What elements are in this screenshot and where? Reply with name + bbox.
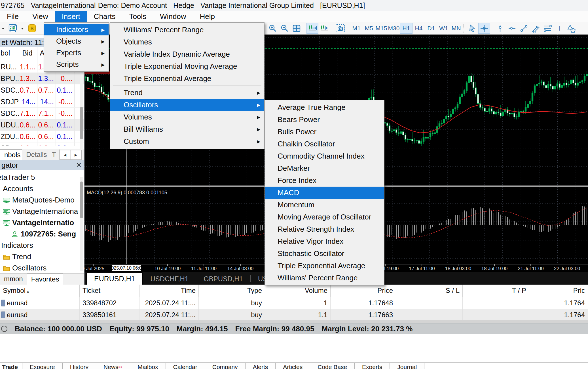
chart-tab-eurusd-h1[interactable]: EURUSD,H1 <box>86 272 143 285</box>
scroll-left-icon[interactable]: ◂ <box>60 150 71 159</box>
timeframe-m1[interactable]: M1 <box>350 23 363 34</box>
timeframe-m15[interactable]: M15 <box>375 23 388 34</box>
nav-item-vantageinternatio[interactable]: VantageInternatio <box>0 217 84 228</box>
chart-tab-gbpusd-h1[interactable]: GBPUSD,H1 <box>196 273 250 285</box>
menu-item-bill-williams[interactable]: Bill Williams▶ <box>110 123 264 135</box>
menu-item-volumes[interactable]: Volumes▶ <box>110 111 264 123</box>
vertical-line-icon[interactable] <box>494 23 506 34</box>
menu-file[interactable]: File <box>0 11 26 22</box>
trade-table-scroll-strip[interactable] <box>0 320 588 323</box>
zoom-in-icon[interactable] <box>267 23 279 34</box>
menu-item-relative-strength-index[interactable]: Relative Strength Index <box>265 223 384 235</box>
nav-item-vantageinternationa[interactable]: VantageInternationa <box>0 206 84 217</box>
tt-column-price[interactable]: Price <box>331 285 396 297</box>
timeframe-m5[interactable]: M5 <box>363 23 375 34</box>
mw-column-header-bid[interactable]: Bid <box>19 47 37 61</box>
toolbox-tab-history[interactable]: History <box>62 363 96 369</box>
mw-symbol-row[interactable]: UDU...0.6...0.6...0.1... <box>0 119 84 131</box>
navigator-scrollbar[interactable] <box>80 177 83 271</box>
horizontal-line-icon[interactable] <box>506 23 518 34</box>
toolbox-tab-code-base[interactable]: Code Base <box>310 363 355 369</box>
nav-item-10972765-seng[interactable]: 10972765: Seng <box>0 228 84 240</box>
mw-symbol-row[interactable]: SDC...0.7...0.7...0.1... <box>0 84 84 96</box>
tt-column-time[interactable]: Time <box>139 285 199 297</box>
menu-window[interactable]: Window <box>153 11 193 22</box>
menu-item-oscillators[interactable]: Oscillators▶ <box>110 99 264 111</box>
new-order-dollar-icon[interactable]: $ <box>26 23 39 34</box>
menu-item-bulls-power[interactable]: Bulls Power <box>265 126 384 138</box>
dropdown-caret-icon[interactable] <box>19 23 26 34</box>
equidistant-channel-icon[interactable] <box>530 23 542 34</box>
chart-tab-usdchf-h1[interactable]: USDCHF,H1 <box>143 273 196 285</box>
menu-item-williams-percent-range[interactable]: Williams' Percent Range <box>110 24 264 36</box>
timeframe-w1[interactable]: W1 <box>437 23 450 34</box>
nav-item-etatrader-5[interactable]: etaTrader 5 <box>0 172 84 183</box>
chart-window-icon[interactable] <box>6 23 19 34</box>
menu-item-moving-average-of-oscillator[interactable]: Moving Average of Oscillator <box>265 211 384 223</box>
mw-symbol-row[interactable]: SDC...7.1...7.1...-0.... <box>0 108 84 119</box>
mw-symbol-row[interactable]: SDJPY14...14...-0.... <box>0 96 84 108</box>
menu-item-volumes[interactable]: Volumes <box>110 36 264 48</box>
toolbox-tab-news[interactable]: News•• <box>96 363 130 369</box>
toolbox-tab-trade[interactable]: Trade <box>0 363 22 369</box>
menu-item-chaikin-oscillator[interactable]: Chaikin Oscillator <box>265 138 384 150</box>
nav-item-oscillators[interactable]: Oscillators <box>0 262 84 274</box>
toolbox-tab-mailbox[interactable]: Mailbox <box>130 363 166 369</box>
dropdown-caret-icon[interactable] <box>0 23 6 34</box>
tt-column-ticket[interactable]: Ticket <box>80 285 139 297</box>
market-watch-scrollbar[interactable] <box>80 71 83 149</box>
fibo-lines-icon[interactable] <box>542 23 554 34</box>
trade-table-row[interactable]: eurusd3398501612025.07.24 11:...buy1.11.… <box>0 309 588 321</box>
menu-item-demarker[interactable]: DeMarker <box>265 162 384 174</box>
menu-view[interactable]: View <box>26 11 55 22</box>
menu-item-trend[interactable]: Trend▶ <box>110 87 264 99</box>
toolbox-tab-alerts[interactable]: Alerts <box>245 363 276 369</box>
tt-column-s-l[interactable]: S / L <box>396 285 463 297</box>
nav-tab-favorites[interactable]: Favorites <box>27 274 64 285</box>
shapes-icon[interactable] <box>566 23 578 34</box>
toolbox-tab-company[interactable]: Company <box>205 363 246 369</box>
trend-line-icon[interactable] <box>518 23 530 34</box>
mw-symbol-row[interactable]: ZDU...0.6...0.6...0.1... <box>0 131 84 142</box>
mw-tab-nbols[interactable]: nbols <box>0 149 22 160</box>
mw-symbol-row[interactable]: BPU...1.3...1.3...-0.... <box>0 73 84 84</box>
menu-item-custom[interactable]: Custom▶ <box>110 135 264 148</box>
nav-item-trend[interactable]: Trend <box>0 251 84 262</box>
mw-column-header-bol[interactable]: bol <box>0 47 19 61</box>
menu-insert[interactable]: Insert <box>55 11 87 22</box>
timeframe-h4[interactable]: H4 <box>413 23 425 34</box>
toolbox-tab-journal[interactable]: Journal <box>390 363 424 369</box>
menu-item-objects[interactable]: Objects▶ <box>44 35 109 47</box>
toolbox-tab-experts[interactable]: Experts <box>354 363 390 369</box>
close-icon[interactable]: ✕ <box>76 160 82 170</box>
menu-item-variable-index-dynamic-average[interactable]: Variable Index Dynamic Average <box>110 48 264 60</box>
tt-column-volume[interactable]: Volume <box>265 285 331 297</box>
trade-table-row[interactable]: eurusd3398487022025.07.24 11:...buy11.17… <box>0 297 588 309</box>
timeframe-mn[interactable]: MN <box>450 23 462 34</box>
shift-chart-end-icon[interactable] <box>306 23 318 34</box>
cursor-pointer-icon[interactable] <box>466 23 478 34</box>
menu-item-relative-vigor-index[interactable]: Relative Vigor Index <box>265 235 384 248</box>
menu-charts[interactable]: Charts <box>87 11 122 22</box>
toolbox-tab-calendar[interactable]: Calendar <box>166 363 205 369</box>
mw-tab-details[interactable]: Details <box>22 149 48 160</box>
scroll-right-icon[interactable]: ▸ <box>71 150 81 159</box>
tt-column-t-p[interactable]: T / P <box>463 285 529 297</box>
tt-column-pric[interactable]: Pric <box>529 285 588 297</box>
timeframe-d1[interactable]: D1 <box>425 23 437 34</box>
tt-column-type[interactable]: Type <box>199 285 265 297</box>
text-label-icon[interactable]: T <box>554 23 566 34</box>
menu-item-momentum[interactable]: Momentum <box>265 199 384 211</box>
menu-item-experts[interactable]: Experts▶ <box>44 47 109 59</box>
menu-item-macd[interactable]: MACD <box>265 187 384 199</box>
menu-item-williams-percent-range[interactable]: Williams' Percent Range <box>265 272 384 284</box>
menu-item-triple-exponential-average[interactable]: Triple Exponential Average <box>265 260 384 272</box>
menu-item-force-index[interactable]: Force Index <box>265 174 384 187</box>
menu-item-average-true-range[interactable]: Average True Range <box>265 101 384 114</box>
tt-column-symbol[interactable]: Symbol ▴ <box>0 285 80 297</box>
timeframe-h1[interactable]: H1 <box>400 23 413 34</box>
menu-help[interactable]: Help <box>193 11 222 22</box>
menu-item-triple-exponential-moving-average[interactable]: Triple Exponential Moving Average <box>110 60 264 72</box>
auto-scroll-icon[interactable] <box>318 23 330 34</box>
menu-item-bears-power[interactable]: Bears Power <box>265 114 384 126</box>
